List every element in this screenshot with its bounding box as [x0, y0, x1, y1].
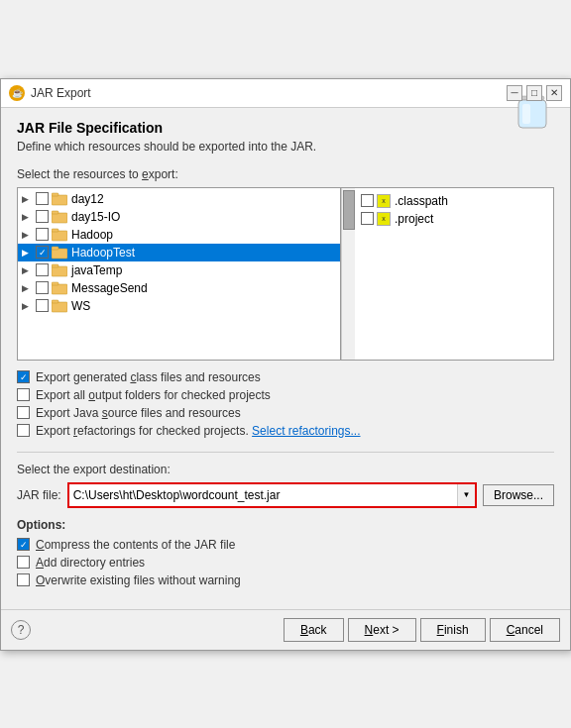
tree-checkbox-day15io[interactable]	[36, 210, 49, 223]
right-item-classpath[interactable]: x .classpath	[359, 192, 549, 210]
jar-file-input[interactable]	[69, 485, 457, 505]
jar-input-wrapper: ▼	[67, 482, 477, 508]
checkbox-export-source-files[interactable]	[17, 406, 30, 419]
window-title: JAR Export	[31, 86, 91, 100]
tree-checkbox-hadoop[interactable]	[36, 228, 49, 241]
folder-icon	[52, 228, 67, 242]
scrollbar-thumb[interactable]	[343, 190, 355, 230]
title-bar-left: ☕ JAR Export	[9, 85, 91, 101]
page-title: JAR File Specification	[17, 120, 554, 136]
checkbox-export-class-files[interactable]: ✓	[17, 370, 30, 383]
right-item-label: .project	[395, 212, 433, 226]
right-tree: x .classpath x .project	[355, 188, 553, 360]
tree-item-label: WS	[71, 299, 90, 313]
tree-item-label: javaTemp	[71, 263, 122, 277]
resources-panel: ▶ day12 ▶ day15-IO ▶	[17, 187, 554, 361]
folder-icon	[52, 210, 67, 224]
tree-arrow: ▶	[22, 265, 36, 275]
finish-button[interactable]: Finish	[420, 618, 486, 642]
close-button[interactable]: ✕	[546, 85, 562, 101]
folder-icon	[52, 299, 67, 313]
tree-checkbox-javatemp[interactable]	[36, 263, 49, 276]
next-button[interactable]: Next >	[348, 618, 416, 642]
help-button[interactable]: ?	[11, 620, 31, 640]
checkbox-export-refactorings[interactable]	[17, 424, 30, 437]
bottom-bar: ? Back Next > Finish Cancel	[1, 609, 570, 650]
select-refactorings-link[interactable]: Select refactorings...	[252, 424, 360, 438]
svg-rect-8	[52, 229, 58, 232]
option-row-1: ✓ Compress the contents of the JAR file	[17, 538, 554, 552]
destination-section: Select the export destination: JAR file:…	[17, 463, 554, 508]
tree-arrow: ▶	[22, 230, 36, 240]
checkbox-row-1: ✓ Export generated class files and resou…	[17, 370, 554, 384]
tree-checkbox-hadooptest[interactable]: ✓	[36, 246, 49, 259]
tree-scrollbar[interactable]	[341, 188, 355, 360]
window-controls: ─ □ ✕	[507, 85, 562, 101]
right-item-label: .classpath	[395, 194, 448, 208]
tree-arrow: ▶	[22, 212, 36, 222]
minimize-button[interactable]: ─	[507, 85, 522, 101]
option-directory-label: Add directory entries	[36, 556, 145, 570]
checkbox-label-3: Export Java source files and resources	[36, 406, 241, 420]
jar-file-label: JAR file:	[17, 488, 61, 502]
tree-item-day15io[interactable]: ▶ day15-IO	[18, 208, 340, 226]
file-icon-classpath: x	[377, 194, 391, 208]
jar-dropdown-button[interactable]: ▼	[457, 484, 475, 506]
tree-arrow: ▶	[22, 248, 36, 258]
checkbox-row-2: Export all output folders for checked pr…	[17, 388, 554, 402]
checkbox-export-output-folders[interactable]	[17, 388, 30, 401]
jar-export-window: ☕ JAR Export ─ □ ✕ JAR File Specificatio…	[0, 78, 571, 651]
maximize-button[interactable]: □	[526, 85, 542, 101]
checkbox-row-3: Export Java source files and resources	[17, 406, 554, 420]
tree-item-ws[interactable]: ▶ WS	[18, 297, 340, 315]
folder-icon	[52, 192, 67, 206]
file-icon-project: x	[377, 212, 391, 226]
checkbox-row-4: Export refactorings for checked projects…	[17, 424, 554, 438]
right-checkbox-project[interactable]	[361, 212, 374, 225]
tree-checkbox-day12[interactable]	[36, 192, 49, 205]
svg-rect-14	[52, 282, 58, 285]
right-item-project[interactable]: x .project	[359, 210, 549, 228]
tree-checkbox-ws[interactable]	[36, 299, 49, 312]
svg-rect-15	[52, 302, 67, 312]
tree-item-day12[interactable]: ▶ day12	[18, 190, 340, 208]
tree-scroll[interactable]: ▶ day12 ▶ day15-IO ▶	[18, 188, 340, 360]
option-overwrite-checkbox[interactable]	[17, 573, 30, 586]
jar-icon-small: ☕	[9, 85, 25, 101]
svg-rect-5	[52, 213, 67, 223]
svg-rect-11	[52, 266, 67, 276]
title-bar: ☕ JAR Export ─ □ ✕	[1, 79, 570, 108]
svg-rect-6	[52, 211, 58, 214]
checkbox-label-1: Export generated class files and resourc…	[36, 370, 261, 384]
destination-label: Select the export destination:	[17, 463, 554, 476]
right-checkbox-classpath[interactable]	[361, 194, 374, 207]
folder-icon	[52, 281, 67, 295]
option-row-3: Overwrite existing files without warning	[17, 573, 554, 587]
svg-rect-3	[52, 195, 67, 205]
option-directory-checkbox[interactable]	[17, 556, 30, 569]
options-label: Options:	[17, 518, 554, 532]
option-overwrite-label: Overwrite existing files without warning	[36, 573, 241, 587]
tree-arrow: ▶	[22, 283, 36, 293]
tree-item-label: day12	[71, 192, 104, 206]
left-tree: ▶ day12 ▶ day15-IO ▶	[18, 188, 341, 360]
svg-rect-2	[522, 104, 530, 124]
browse-button[interactable]: Browse...	[483, 484, 554, 506]
cancel-button[interactable]: Cancel	[490, 618, 560, 642]
svg-rect-10	[52, 247, 58, 250]
tree-item-javatemp[interactable]: ▶ javaTemp	[18, 261, 340, 279]
export-checkboxes: ✓ Export generated class files and resou…	[17, 370, 554, 438]
tree-checkbox-messagesend[interactable]	[36, 281, 49, 294]
svg-rect-9	[52, 249, 67, 259]
tree-item-hadoop[interactable]: ▶ Hadoop	[18, 226, 340, 244]
tree-item-messagesend[interactable]: ▶ MessageSend	[18, 279, 340, 297]
svg-rect-16	[52, 300, 58, 303]
option-compress-label: Compress the contents of the JAR file	[36, 538, 235, 552]
options-section: Options: ✓ Compress the contents of the …	[17, 518, 554, 587]
folder-icon	[52, 246, 67, 260]
main-content: JAR File Specification Define which reso…	[1, 108, 570, 609]
tree-item-hadooptest[interactable]: ▶ ✓ HadoopTest	[18, 244, 340, 261]
back-button[interactable]: Back	[284, 618, 344, 642]
option-compress-checkbox[interactable]: ✓	[17, 538, 30, 551]
resources-section-label: Select the resources to export:	[17, 167, 554, 181]
